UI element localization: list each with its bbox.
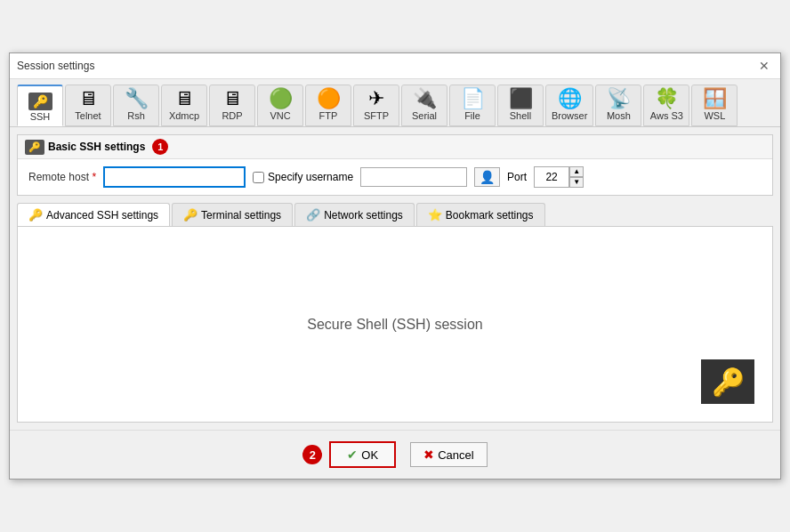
port-label: Port [507,171,527,183]
advanced_ssh-subtab-icon: 🔑 [28,208,43,222]
specify-username-label: Specify username [268,171,353,183]
sub-tabs-row: 🔑Advanced SSH settings🔑Terminal settings… [17,203,773,227]
port-down-button[interactable]: ▼ [569,177,584,188]
rsh-tab-icon: 🔧 [125,89,149,109]
session-label: Secure Shell (SSH) session [307,317,482,333]
terminal-subtab-icon: 🔑 [183,208,198,222]
port-spinner: ▲ ▼ [534,166,584,188]
aws_s3-tab-icon: 🍀 [655,89,679,109]
sub-tab-advanced_ssh[interactable]: 🔑Advanced SSH settings [17,203,170,226]
panel-header: 🔑 Basic SSH settings 1 [18,135,772,159]
shell-tab-label: Shell [510,110,531,121]
proto-tab-serial[interactable]: 🔌Serial [401,85,447,126]
vnc-tab-label: VNC [270,110,290,121]
telnet-tab-icon: 🖥 [78,89,98,109]
advanced_ssh-subtab-label: Advanced SSH settings [46,209,158,222]
ok-button[interactable]: ✔ OK [329,441,396,468]
proto-tab-shell[interactable]: ⬛Shell [497,85,544,126]
ok-label: OK [361,448,378,462]
proto-tab-rsh[interactable]: 🔧Rsh [113,85,159,126]
spinner-buttons: ▲ ▼ [569,166,584,188]
sftp-tab-label: SFTP [364,110,389,121]
ssh-tab-icon: 🔑 [28,90,52,109]
proto-tab-mosh[interactable]: 📡Mosh [595,85,641,126]
step-1-badge: 1 [152,139,168,155]
sub-tab-network[interactable]: 🔗Network settings [294,203,415,226]
key-icon-box: 🔑 [701,359,754,404]
rsh-tab-label: Rsh [127,110,145,121]
vnc-tab-icon: 🟢 [269,89,293,109]
proto-tab-browser[interactable]: 🌐Browser [545,85,593,126]
user-icon-button[interactable]: 👤 [474,167,500,187]
proto-tab-vnc[interactable]: 🟢VNC [257,85,303,126]
file-tab-label: File [464,110,480,121]
cancel-icon: ✖ [423,447,434,462]
proto-tab-wsl[interactable]: 🪟WSL [691,85,738,126]
ssh-tab-label: SSH [30,111,51,122]
terminal-subtab-label: Terminal settings [201,209,281,222]
mosh-tab-label: Mosh [607,110,631,121]
basic-settings-title: Basic SSH settings [48,141,145,153]
rdp-tab-icon: 🖥 [222,89,242,109]
specify-username-checkbox[interactable] [253,172,264,183]
proto-tab-telnet[interactable]: 🖥Telnet [65,85,111,126]
sub-tab-bookmark[interactable]: ⭐Bookmark settings [416,203,545,226]
port-input[interactable] [534,166,569,188]
browser-tab-label: Browser [552,110,587,121]
mosh-tab-icon: 📡 [607,89,631,109]
rdp-tab-label: RDP [222,110,242,121]
remote-host-input[interactable] [103,166,246,188]
browser-tab-icon: 🌐 [558,89,582,109]
ok-icon: ✔ [347,447,358,462]
panel-body: Remote host * Specify username 👤 Port ▲ … [18,159,772,195]
remote-host-label: Remote host * [28,171,96,183]
port-up-button[interactable]: ▲ [569,166,584,177]
xdmcp-tab-icon: 🖥 [174,89,194,109]
session-settings-window: Session settings ✕ 🔑SSH🖥Telnet🔧Rsh🖥Xdmcp… [9,52,781,480]
close-button[interactable]: ✕ [755,59,773,73]
proto-tab-file[interactable]: 📄File [449,85,496,126]
footer: 2 ✔ OK ✖ Cancel [10,430,780,479]
wsl-tab-label: WSL [704,110,725,121]
wsl-tab-icon: 🪟 [703,89,727,109]
window-title: Session settings [17,60,94,72]
protocol-tabs-row: 🔑SSH🖥Telnet🔧Rsh🖥Xdmcp🖥RDP🟢VNC🟠FTP✈SFTP🔌S… [10,79,780,127]
network-subtab-label: Network settings [324,209,403,222]
key-icon: 🔑 [712,367,745,398]
aws_s3-tab-label: Aws S3 [650,110,683,121]
file-tab-icon: 📄 [461,89,485,109]
cancel-button[interactable]: ✖ Cancel [410,442,487,467]
serial-tab-label: Serial [412,110,437,121]
xdmcp-tab-label: Xdmcp [169,110,199,121]
proto-tab-sftp[interactable]: ✈SFTP [353,85,399,126]
telnet-tab-label: Telnet [75,110,101,121]
cancel-label: Cancel [438,448,473,462]
ssh-panel-icon: 🔑 [25,140,44,155]
sftp-tab-icon: ✈ [368,89,384,109]
shell-tab-icon: ⬛ [509,89,533,109]
sub-tab-terminal[interactable]: 🔑Terminal settings [172,203,293,226]
bookmark-subtab-label: Bookmark settings [446,209,534,222]
serial-tab-icon: 🔌 [413,89,437,109]
proto-tab-ftp[interactable]: 🟠FTP [305,85,351,126]
step-2-badge: 2 [302,445,322,464]
basic-ssh-settings-panel: 🔑 Basic SSH settings 1 Remote host * Spe… [17,134,773,196]
title-bar: Session settings ✕ [10,53,780,79]
proto-tab-rdp[interactable]: 🖥RDP [209,85,255,126]
bookmark-subtab-icon: ⭐ [428,208,442,222]
footer-left: 2 ✔ OK [302,441,396,468]
ftp-tab-label: FTP [319,110,338,121]
main-content: 🔑 Basic SSH settings 1 Remote host * Spe… [10,127,780,430]
specify-username-row: Specify username [253,171,353,183]
network-subtab-icon: 🔗 [306,208,320,222]
proto-tab-aws_s3[interactable]: 🍀Aws S3 [643,85,689,126]
proto-tab-xdmcp[interactable]: 🖥Xdmcp [161,85,207,126]
proto-tab-ssh[interactable]: 🔑SSH [17,85,63,126]
content-area: Secure Shell (SSH) session 🔑 [17,227,773,423]
username-input[interactable] [360,167,467,187]
ftp-tab-icon: 🟠 [317,89,341,109]
